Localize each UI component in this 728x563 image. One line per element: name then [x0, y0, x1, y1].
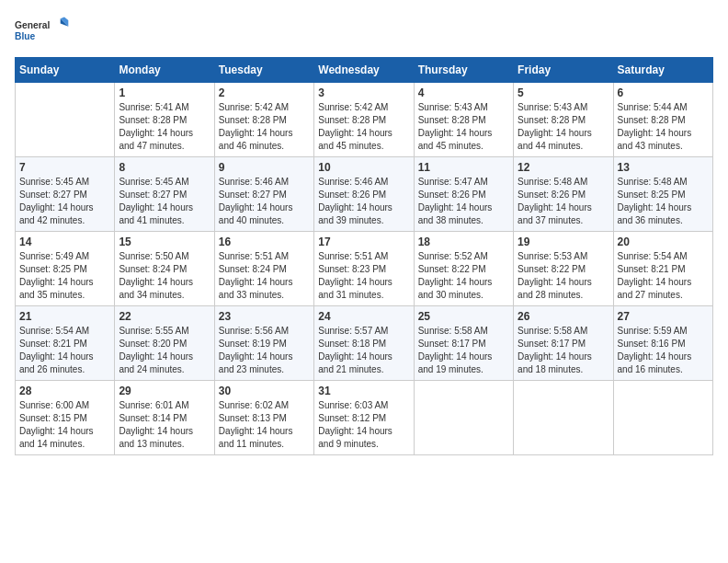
- day-detail: Sunrise: 5:55 AMSunset: 8:20 PMDaylight:…: [119, 325, 210, 376]
- calendar-week-row: 28Sunrise: 6:00 AMSunset: 8:15 PMDayligh…: [16, 381, 713, 455]
- day-detail: Sunrise: 5:54 AMSunset: 8:21 PMDaylight:…: [618, 250, 709, 302]
- day-detail: Sunrise: 5:48 AMSunset: 8:26 PMDaylight:…: [518, 176, 609, 227]
- calendar-header-row: SundayMondayTuesdayWednesdayThursdayFrid…: [16, 58, 713, 83]
- day-number: 24: [318, 310, 409, 323]
- day-number: 15: [119, 236, 210, 248]
- calendar-cell: 5Sunrise: 5:43 AMSunset: 8:28 PMDaylight…: [514, 83, 613, 157]
- day-detail: Sunrise: 5:52 AMSunset: 8:22 PMDaylight:…: [418, 250, 509, 302]
- calendar-cell: 25Sunrise: 5:58 AMSunset: 8:17 PMDayligh…: [414, 306, 513, 381]
- day-detail: Sunrise: 5:56 AMSunset: 8:19 PMDaylight:…: [219, 325, 310, 376]
- page-header: General Blue: [15, 15, 713, 48]
- calendar-cell: 20Sunrise: 5:54 AMSunset: 8:21 PMDayligh…: [613, 232, 712, 306]
- day-detail: Sunrise: 5:42 AMSunset: 8:28 PMDaylight:…: [318, 101, 409, 153]
- calendar-cell: 8Sunrise: 5:45 AMSunset: 8:27 PMDaylight…: [115, 157, 214, 232]
- day-detail: Sunrise: 5:48 AMSunset: 8:25 PMDaylight:…: [618, 176, 709, 227]
- day-detail: Sunrise: 5:45 AMSunset: 8:27 PMDaylight:…: [119, 176, 210, 227]
- day-detail: Sunrise: 5:41 AMSunset: 8:28 PMDaylight:…: [119, 101, 210, 153]
- day-detail: Sunrise: 5:53 AMSunset: 8:22 PMDaylight:…: [518, 250, 609, 302]
- day-number: 10: [318, 161, 409, 174]
- day-detail: Sunrise: 5:45 AMSunset: 8:27 PMDaylight:…: [19, 176, 110, 227]
- calendar-cell: 11Sunrise: 5:47 AMSunset: 8:26 PMDayligh…: [414, 157, 513, 232]
- day-number: 3: [318, 86, 409, 99]
- day-number: 30: [219, 385, 310, 397]
- day-number: 23: [219, 310, 310, 323]
- calendar-cell: 14Sunrise: 5:49 AMSunset: 8:25 PMDayligh…: [16, 232, 115, 306]
- day-detail: Sunrise: 6:01 AMSunset: 8:14 PMDaylight:…: [119, 399, 210, 451]
- day-detail: Sunrise: 5:49 AMSunset: 8:25 PMDaylight:…: [19, 250, 110, 302]
- calendar-cell: 16Sunrise: 5:51 AMSunset: 8:24 PMDayligh…: [214, 232, 313, 306]
- day-number: 16: [219, 236, 310, 248]
- day-number: 18: [418, 236, 509, 248]
- calendar-cell: 28Sunrise: 6:00 AMSunset: 8:15 PMDayligh…: [16, 381, 115, 455]
- weekday-header: Thursday: [414, 58, 513, 83]
- day-detail: Sunrise: 5:57 AMSunset: 8:18 PMDaylight:…: [318, 325, 409, 376]
- calendar-cell: 17Sunrise: 5:51 AMSunset: 8:23 PMDayligh…: [314, 232, 414, 306]
- calendar-cell: 15Sunrise: 5:50 AMSunset: 8:24 PMDayligh…: [115, 232, 214, 306]
- calendar-cell: 9Sunrise: 5:46 AMSunset: 8:27 PMDaylight…: [214, 157, 313, 232]
- day-number: 17: [318, 236, 409, 248]
- day-detail: Sunrise: 5:58 AMSunset: 8:17 PMDaylight:…: [418, 325, 509, 376]
- day-detail: Sunrise: 5:54 AMSunset: 8:21 PMDaylight:…: [19, 325, 110, 376]
- svg-text:Blue: Blue: [15, 31, 36, 41]
- calendar-cell: 31Sunrise: 6:03 AMSunset: 8:12 PMDayligh…: [314, 381, 414, 455]
- weekday-header: Monday: [115, 58, 214, 83]
- day-number: 13: [618, 161, 709, 174]
- weekday-header: Sunday: [16, 58, 115, 83]
- day-number: 22: [119, 310, 210, 323]
- calendar-cell: 23Sunrise: 5:56 AMSunset: 8:19 PMDayligh…: [214, 306, 313, 381]
- calendar-cell: 2Sunrise: 5:42 AMSunset: 8:28 PMDaylight…: [214, 83, 313, 157]
- day-number: 1: [119, 86, 210, 99]
- calendar-cell: 26Sunrise: 5:58 AMSunset: 8:17 PMDayligh…: [514, 306, 613, 381]
- calendar-cell: 24Sunrise: 5:57 AMSunset: 8:18 PMDayligh…: [314, 306, 414, 381]
- calendar-cell: 1Sunrise: 5:41 AMSunset: 8:28 PMDaylight…: [115, 83, 214, 157]
- calendar-week-row: 1Sunrise: 5:41 AMSunset: 8:28 PMDaylight…: [16, 83, 713, 157]
- day-detail: Sunrise: 6:03 AMSunset: 8:12 PMDaylight:…: [318, 399, 409, 451]
- day-number: 2: [219, 86, 310, 99]
- calendar-table: SundayMondayTuesdayWednesdayThursdayFrid…: [15, 57, 713, 455]
- day-number: 9: [219, 161, 310, 174]
- day-detail: Sunrise: 6:00 AMSunset: 8:15 PMDaylight:…: [19, 399, 110, 451]
- day-number: 21: [19, 310, 110, 323]
- weekday-header: Friday: [514, 58, 613, 83]
- calendar-cell: 10Sunrise: 5:46 AMSunset: 8:26 PMDayligh…: [314, 157, 414, 232]
- logo-svg: General Blue: [15, 15, 70, 48]
- day-number: 28: [19, 385, 110, 397]
- calendar-cell: 7Sunrise: 5:45 AMSunset: 8:27 PMDaylight…: [16, 157, 115, 232]
- day-number: 26: [518, 310, 609, 323]
- calendar-cell: 3Sunrise: 5:42 AMSunset: 8:28 PMDaylight…: [314, 83, 414, 157]
- calendar-cell: 13Sunrise: 5:48 AMSunset: 8:25 PMDayligh…: [613, 157, 712, 232]
- calendar-cell: [613, 381, 712, 455]
- day-detail: Sunrise: 5:46 AMSunset: 8:26 PMDaylight:…: [318, 176, 409, 227]
- day-detail: Sunrise: 5:47 AMSunset: 8:26 PMDaylight:…: [418, 176, 509, 227]
- day-number: 5: [518, 86, 609, 99]
- day-number: 20: [618, 236, 709, 248]
- day-number: 6: [618, 86, 709, 99]
- day-number: 11: [418, 161, 509, 174]
- day-number: 8: [119, 161, 210, 174]
- day-detail: Sunrise: 5:51 AMSunset: 8:23 PMDaylight:…: [318, 250, 409, 302]
- calendar-cell: 12Sunrise: 5:48 AMSunset: 8:26 PMDayligh…: [514, 157, 613, 232]
- day-number: 12: [518, 161, 609, 174]
- day-detail: Sunrise: 5:42 AMSunset: 8:28 PMDaylight:…: [219, 101, 310, 153]
- day-detail: Sunrise: 5:50 AMSunset: 8:24 PMDaylight:…: [119, 250, 210, 302]
- day-number: 7: [19, 161, 110, 174]
- weekday-header: Saturday: [613, 58, 712, 83]
- weekday-header: Tuesday: [214, 58, 313, 83]
- day-detail: Sunrise: 5:44 AMSunset: 8:28 PMDaylight:…: [618, 101, 709, 153]
- calendar-week-row: 14Sunrise: 5:49 AMSunset: 8:25 PMDayligh…: [16, 232, 713, 306]
- calendar-cell: 18Sunrise: 5:52 AMSunset: 8:22 PMDayligh…: [414, 232, 513, 306]
- calendar-cell: 30Sunrise: 6:02 AMSunset: 8:13 PMDayligh…: [214, 381, 313, 455]
- calendar-cell: 29Sunrise: 6:01 AMSunset: 8:14 PMDayligh…: [115, 381, 214, 455]
- calendar-cell: 4Sunrise: 5:43 AMSunset: 8:28 PMDaylight…: [414, 83, 513, 157]
- day-number: 29: [119, 385, 210, 397]
- calendar-week-row: 21Sunrise: 5:54 AMSunset: 8:21 PMDayligh…: [16, 306, 713, 381]
- calendar-cell: 27Sunrise: 5:59 AMSunset: 8:16 PMDayligh…: [613, 306, 712, 381]
- day-detail: Sunrise: 6:02 AMSunset: 8:13 PMDaylight:…: [219, 399, 310, 451]
- logo: General Blue: [15, 15, 70, 48]
- day-detail: Sunrise: 5:46 AMSunset: 8:27 PMDaylight:…: [219, 176, 310, 227]
- calendar-cell: [414, 381, 513, 455]
- day-detail: Sunrise: 5:59 AMSunset: 8:16 PMDaylight:…: [618, 325, 709, 376]
- calendar-cell: 21Sunrise: 5:54 AMSunset: 8:21 PMDayligh…: [16, 306, 115, 381]
- day-detail: Sunrise: 5:43 AMSunset: 8:28 PMDaylight:…: [518, 101, 609, 153]
- day-number: 27: [618, 310, 709, 323]
